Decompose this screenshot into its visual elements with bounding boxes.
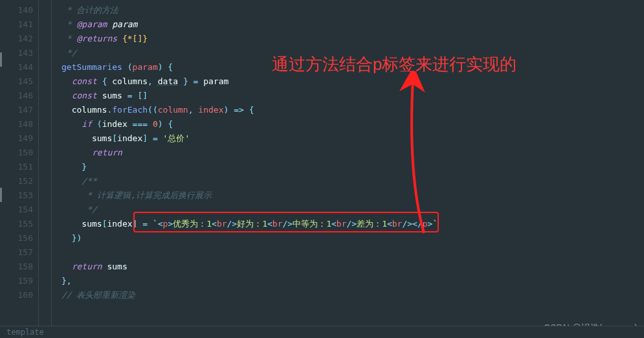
line-number-gutter: 140 141 142 143 144 145 146 147 148 149 … xyxy=(3,0,39,338)
line-number: 155 xyxy=(10,217,33,231)
code-area[interactable]: * 合计的方法 * @param param * @returns {*[]} … xyxy=(52,0,644,338)
line-number: 153 xyxy=(10,188,33,203)
code-line: /** xyxy=(61,174,644,188)
line-number: 144 xyxy=(10,60,33,74)
code-line: * @returns {*[]} xyxy=(61,32,644,46)
code-line: return sums xyxy=(61,260,644,274)
code-line: // 表头部重新渲染 xyxy=(61,288,644,302)
code-line xyxy=(61,245,644,260)
bottom-tab[interactable]: template xyxy=(0,326,644,338)
line-number: 140 xyxy=(10,3,33,17)
code-line: columns.forEach((column, index) => { xyxy=(61,103,644,117)
change-marker-gutter xyxy=(0,0,3,338)
code-line: getSummaries (param) { xyxy=(61,60,644,74)
code-line: * 合计的方法 xyxy=(61,3,644,17)
code-line: return xyxy=(61,146,644,160)
line-number: 150 xyxy=(10,146,33,160)
code-line: }) xyxy=(61,231,644,245)
line-number: 149 xyxy=(10,131,33,146)
code-line: sums[index] = '总价' xyxy=(61,131,644,146)
code-line: * 计算逻辑,计算完成后换行展示 xyxy=(61,188,644,203)
line-number: 141 xyxy=(10,17,33,32)
code-line: const { columns, data } = param xyxy=(61,74,644,89)
line-number: 152 xyxy=(10,174,33,188)
line-number: 145 xyxy=(10,74,33,89)
line-number: 160 xyxy=(10,288,33,302)
code-line: sums[index] = `<p>优秀为：1<br/>好为：1<br/>中等为… xyxy=(61,217,644,231)
line-number: 151 xyxy=(10,160,33,174)
line-number: 158 xyxy=(10,260,33,274)
line-number: 148 xyxy=(10,117,33,131)
code-line: */ xyxy=(61,203,644,217)
code-line: } xyxy=(61,160,644,174)
line-number: 146 xyxy=(10,89,33,103)
code-line: * @param param xyxy=(61,17,644,32)
line-number: 157 xyxy=(10,245,33,260)
code-line: }, xyxy=(61,274,644,288)
code-line: if (index === 0) { xyxy=(61,117,644,131)
fold-gutter xyxy=(39,0,52,338)
code-editor[interactable]: 140 141 142 143 144 145 146 147 148 149 … xyxy=(0,0,644,338)
line-number: 143 xyxy=(10,46,33,60)
line-number: 156 xyxy=(10,231,33,245)
line-number: 142 xyxy=(10,32,33,46)
line-number: 154 xyxy=(10,203,33,217)
code-line: */ xyxy=(61,46,644,60)
code-line: const sums = [] xyxy=(61,89,644,103)
line-number: 159 xyxy=(10,274,33,288)
line-number: 147 xyxy=(10,103,33,117)
